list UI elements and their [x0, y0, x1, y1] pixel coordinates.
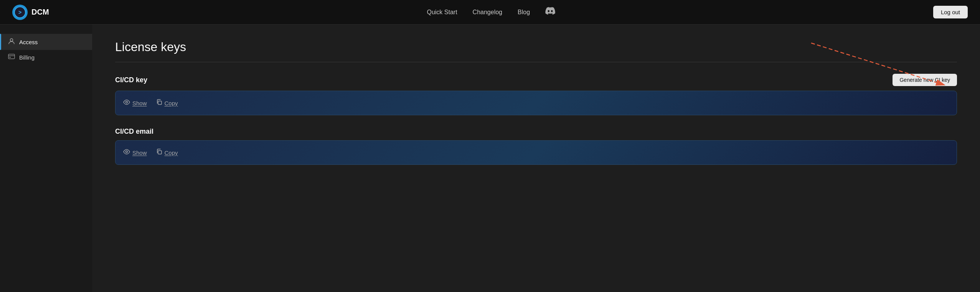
cicd-key-copy-button[interactable]: Copy: [156, 99, 178, 107]
sidebar: Access Billing: [0, 25, 92, 292]
svg-rect-6: [9, 57, 11, 58]
cicd-key-field: Show Copy: [115, 91, 957, 115]
cicd-email-section: CI/CD email Show: [115, 128, 957, 165]
access-icon: [8, 38, 15, 46]
copy-icon-2: [156, 149, 162, 156]
navbar-left: > DCM: [12, 5, 49, 20]
cicd-email-field: Show Copy: [115, 140, 957, 165]
sidebar-item-billing[interactable]: Billing: [0, 50, 92, 65]
nav-link-quickstart[interactable]: Quick Start: [427, 9, 457, 16]
discord-icon[interactable]: [545, 7, 555, 18]
cicd-email-show-label: Show: [132, 149, 147, 156]
svg-rect-4: [8, 54, 15, 59]
app-logo-text: DCM: [31, 8, 49, 17]
svg-text:>: >: [18, 9, 21, 15]
billing-icon: [8, 54, 15, 61]
cicd-key-show-label: Show: [132, 100, 147, 106]
svg-rect-12: [158, 151, 162, 154]
svg-point-11: [126, 151, 128, 153]
logout-button[interactable]: Log out: [933, 6, 968, 18]
eye-icon: [123, 100, 130, 106]
sidebar-item-billing-label: Billing: [19, 54, 35, 61]
cicd-key-header: CI/CD key Generate new CI key: [115, 74, 957, 86]
dcm-logo-icon: >: [12, 5, 28, 20]
cicd-key-title: CI/CD key: [115, 76, 147, 84]
svg-point-3: [10, 39, 13, 41]
eye-icon-2: [123, 149, 130, 156]
cicd-email-header: CI/CD email: [115, 128, 957, 136]
cicd-email-copy-button[interactable]: Copy: [156, 149, 178, 156]
sidebar-item-access-label: Access: [19, 39, 38, 45]
cicd-email-title: CI/CD email: [115, 128, 153, 136]
cicd-key-copy-label: Copy: [165, 100, 178, 106]
navbar: > DCM Quick Start Changelog Blog Log out: [0, 0, 980, 25]
cicd-email-show-button[interactable]: Show: [123, 149, 147, 156]
copy-icon: [156, 99, 162, 107]
cicd-key-show-button[interactable]: Show: [123, 100, 147, 106]
svg-rect-8: [158, 101, 162, 105]
cicd-key-section: CI/CD key Generate new CI key Show: [115, 74, 957, 115]
main-content: License keys CI/CD key Generate new CI k…: [92, 25, 980, 292]
sidebar-item-access[interactable]: Access: [0, 34, 92, 50]
navbar-right: Log out: [933, 6, 968, 18]
nav-link-changelog[interactable]: Changelog: [473, 9, 502, 16]
svg-point-7: [126, 101, 128, 103]
navbar-center: Quick Start Changelog Blog: [427, 7, 555, 18]
title-divider: [115, 62, 957, 62]
generate-ci-key-button[interactable]: Generate new CI key: [893, 74, 957, 86]
nav-link-blog[interactable]: Blog: [518, 9, 530, 16]
cicd-email-copy-label: Copy: [165, 149, 178, 156]
main-layout: Access Billing License keys CI/CD key Ge…: [0, 25, 980, 292]
page-title: License keys: [115, 40, 957, 54]
